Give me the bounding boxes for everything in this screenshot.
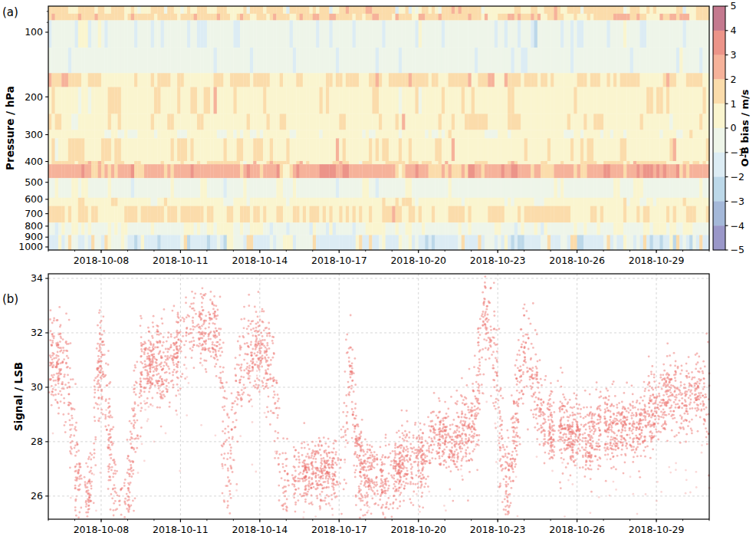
svg-text:300: 300 — [25, 129, 43, 140]
svg-text:700: 700 — [25, 208, 43, 219]
panel-b-scatter — [48, 275, 711, 518]
svg-text:28: 28 — [31, 436, 43, 447]
svg-text:1000: 1000 — [18, 241, 43, 252]
svg-text:−4: −4 — [731, 220, 744, 232]
svg-text:1: 1 — [731, 98, 737, 110]
svg-text:3: 3 — [731, 49, 737, 61]
svg-text:0: 0 — [731, 122, 737, 133]
svg-text:800: 800 — [25, 220, 43, 232]
colorbar-title: O-B bias / m/s — [739, 89, 751, 166]
svg-text:2018-10-14: 2018-10-14 — [232, 255, 288, 266]
svg-text:2018-10-29: 2018-10-29 — [629, 255, 685, 266]
svg-text:2018-10-08: 2018-10-08 — [74, 255, 130, 266]
panel-b-y-axis-title: Signal / LSB — [12, 362, 25, 431]
svg-text:2018-10-14: 2018-10-14 — [232, 524, 288, 533]
panel-a-y-axis-title: Pressure / hPa — [4, 86, 16, 170]
svg-text:2018-10-11: 2018-10-11 — [153, 524, 209, 533]
svg-text:−5: −5 — [731, 244, 744, 255]
svg-text:2018-10-26: 2018-10-26 — [549, 255, 605, 266]
panel-b-axes: 2018-10-082018-10-112018-10-142018-10-17… — [31, 272, 709, 533]
svg-text:2018-10-11: 2018-10-11 — [153, 255, 209, 266]
two-panel-chart: 2018-10-082018-10-112018-10-142018-10-17… — [0, 0, 756, 533]
svg-text:30: 30 — [31, 381, 43, 393]
svg-text:−2: −2 — [731, 171, 744, 183]
svg-text:34: 34 — [31, 272, 43, 284]
svg-text:2018-10-23: 2018-10-23 — [470, 524, 526, 533]
svg-text:2018-10-17: 2018-10-17 — [311, 524, 367, 533]
figure-canvas: 2018-10-082018-10-112018-10-142018-10-17… — [0, 0, 756, 533]
svg-text:2018-10-29: 2018-10-29 — [629, 524, 685, 533]
svg-text:600: 600 — [25, 193, 43, 205]
svg-text:5: 5 — [731, 0, 737, 12]
svg-text:400: 400 — [25, 156, 43, 167]
svg-text:4: 4 — [731, 25, 737, 36]
svg-text:26: 26 — [31, 490, 43, 502]
svg-text:2018-10-20: 2018-10-20 — [390, 524, 446, 533]
svg-text:2: 2 — [731, 74, 737, 85]
panel-a-letter: (a) — [2, 5, 18, 19]
svg-text:2018-10-26: 2018-10-26 — [549, 524, 605, 533]
panel-b-letter: (b) — [2, 292, 18, 306]
svg-text:200: 200 — [25, 91, 43, 103]
svg-text:100: 100 — [25, 26, 43, 38]
panel-a-heatmap — [48, 6, 709, 250]
svg-text:500: 500 — [25, 176, 43, 188]
svg-text:2018-10-23: 2018-10-23 — [470, 255, 526, 266]
svg-text:−3: −3 — [731, 196, 744, 207]
svg-text:2018-10-17: 2018-10-17 — [311, 255, 367, 266]
svg-text:32: 32 — [31, 327, 43, 338]
svg-text:2018-10-08: 2018-10-08 — [74, 524, 130, 533]
svg-text:2018-10-20: 2018-10-20 — [390, 255, 446, 266]
